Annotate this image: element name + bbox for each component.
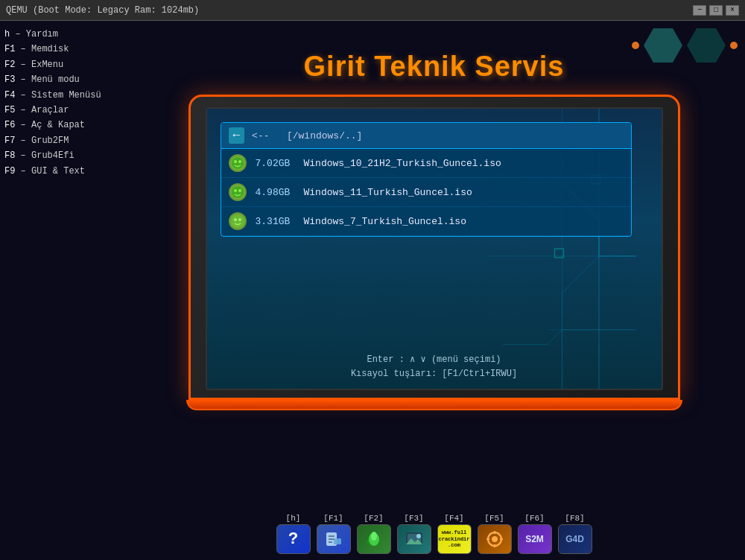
fn-watermark: www.fullcrackindir.com: [439, 529, 470, 548]
file-size-2: 3.31GB: [256, 216, 304, 227]
screen-info-line2: Kısayol tuşları: [F1/Ctrl+IRWU]: [207, 367, 662, 381]
sidebar-item-f9[interactable]: F9 – GUI & Text: [4, 164, 118, 179]
fn-icon-h[interactable]: ?: [276, 524, 311, 554]
svg-point-26: [416, 534, 421, 538]
file-name-2: Windows_7_Turkish_Guncel.iso: [304, 216, 466, 227]
svg-point-23: [371, 532, 377, 541]
svg-point-13: [232, 215, 244, 227]
hex-shape-2: [687, 28, 726, 63]
fn-label-f6: [F6]: [524, 514, 544, 523]
center-content: Girit Teknik Servis: [123, 21, 745, 560]
fn-label-h: [h]: [286, 514, 301, 523]
fn-key-f5: [F5]: [478, 514, 512, 554]
file-name-0: Windows_10_21H2_Turkish_Guncel.iso: [304, 158, 501, 169]
main-area: h – Yardım F1 – Memdisk F2 – ExMenu F3 –…: [0, 21, 745, 560]
title-bar-buttons: − □ ×: [693, 5, 739, 16]
hex-decoration: [632, 28, 738, 63]
fn-icon-f4[interactable]: www.fullcrackindir.com: [437, 524, 472, 554]
fn-key-f1: [F1]: [317, 514, 351, 554]
svg-point-7: [232, 157, 244, 169]
svg-rect-20: [334, 538, 341, 544]
fn-label-f3: [F3]: [404, 514, 423, 523]
svg-point-11: [234, 189, 237, 192]
laptop-base: [186, 400, 682, 410]
sidebar-item-f7[interactable]: F7 – Grub2FM: [4, 133, 118, 148]
sidebar-item-f4[interactable]: F4 – Sistem Menüsü: [4, 88, 118, 103]
file-browser-path: [/windows/..]: [287, 130, 362, 141]
fn-key-f2: [F2]: [357, 514, 391, 554]
sidebar-item-f3[interactable]: F3 – Menü modu: [4, 72, 118, 87]
file-size-0: 7.02GB: [256, 158, 304, 169]
screen-inner: ← <-- [/windows/..] 7.02GB Windows_10_21…: [207, 109, 662, 389]
title-bar: QEMU (Boot Mode: Legacy Ram: 1024mb) − □…: [0, 0, 745, 21]
fn-label-f5: [F5]: [484, 514, 504, 523]
svg-point-12: [238, 189, 241, 192]
sidebar-item-f1[interactable]: F1 – Memdisk: [4, 42, 118, 57]
file-size-1: 4.98GB: [256, 187, 304, 198]
fn-label-f1: [F1]: [323, 514, 343, 523]
fn-label-f2: [F2]: [364, 514, 383, 523]
fn-key-h: [h] ?: [276, 514, 311, 554]
fn-keys-bar: [h] ? [F1] [F2] [F3]: [123, 506, 745, 560]
sidebar-item-f2[interactable]: F2 – ExMenu: [4, 57, 118, 72]
file-icon-1: [229, 183, 247, 201]
svg-point-14: [234, 218, 237, 221]
svg-point-9: [238, 160, 241, 163]
screen-info-line1: Enter : ∧ ∨ (menü seçimi): [207, 353, 662, 367]
sidebar-item-f8[interactable]: F8 – Grub4Efi: [4, 148, 118, 163]
file-browser: ← <-- [/windows/..] 7.02GB Windows_10_21…: [221, 122, 632, 237]
fn-icon-f1[interactable]: [317, 524, 351, 554]
title-bar-text: QEMU (Boot Mode: Legacy Ram: 1024mb): [6, 5, 199, 16]
sidebar: h – Yardım F1 – Memdisk F2 – ExMenu F3 –…: [0, 21, 123, 560]
svg-point-29: [492, 536, 498, 542]
file-browser-header: ← <-- [/windows/..]: [221, 123, 631, 149]
file-name-1: Windows_11_Turkish_Guncel.iso: [304, 187, 472, 198]
hex-dot-right: [730, 42, 738, 49]
sidebar-item-help[interactable]: h – Yardım: [4, 27, 118, 42]
svg-point-8: [234, 160, 237, 163]
fn-label-f8: [F8]: [565, 514, 584, 523]
svg-point-10: [232, 186, 244, 198]
fn-icon-f8[interactable]: G4D: [558, 524, 592, 554]
fn-label-f4: [F4]: [444, 514, 463, 523]
laptop-screen: ← <-- [/windows/..] 7.02GB Windows_10_21…: [206, 107, 663, 390]
laptop-body: ← <-- [/windows/..] 7.02GB Windows_10_21…: [188, 95, 680, 400]
sidebar-item-f6[interactable]: F6 – Aç & Kapat: [4, 118, 118, 133]
maximize-button[interactable]: □: [709, 5, 723, 16]
fn-icon-f5[interactable]: [478, 524, 512, 554]
brand-title: Girit Teknik Servis: [304, 51, 565, 83]
svg-point-15: [238, 218, 241, 221]
fn-icon-f3[interactable]: [397, 524, 431, 554]
file-row-1[interactable]: 4.98GB Windows_11_Turkish_Guncel.iso: [221, 178, 631, 207]
laptop-wrapper: ← <-- [/windows/..] 7.02GB Windows_10_21…: [188, 95, 680, 410]
minimize-button[interactable]: −: [693, 5, 706, 16]
fn-key-f8: [F8] G4D: [558, 514, 592, 554]
file-icon-2: [229, 212, 247, 230]
hex-shape-1: [644, 28, 682, 63]
close-button[interactable]: ×: [726, 5, 739, 16]
hex-dot-left: [632, 42, 639, 49]
fn-icon-f6[interactable]: S2M: [518, 524, 552, 554]
fn-key-f6: [F6] S2M: [518, 514, 552, 554]
fn-key-f4: [F4] www.fullcrackindir.com: [437, 514, 472, 554]
file-icon-0: [229, 154, 247, 172]
fn-key-f3: [F3]: [397, 514, 431, 554]
file-row-2[interactable]: 3.31GB Windows_7_Turkish_Guncel.iso: [221, 207, 631, 236]
sidebar-item-f5[interactable]: F5 – Araçlar: [4, 103, 118, 118]
fn-icon-f2[interactable]: [357, 524, 391, 554]
back-arrow-icon[interactable]: ←: [229, 127, 245, 144]
file-browser-separator: <--: [252, 130, 287, 141]
screen-bottom-info: Enter : ∧ ∨ (menü seçimi) Kısayol tuşlar…: [207, 353, 662, 381]
file-row-0[interactable]: 7.02GB Windows_10_21H2_Turkish_Guncel.is…: [221, 149, 631, 178]
